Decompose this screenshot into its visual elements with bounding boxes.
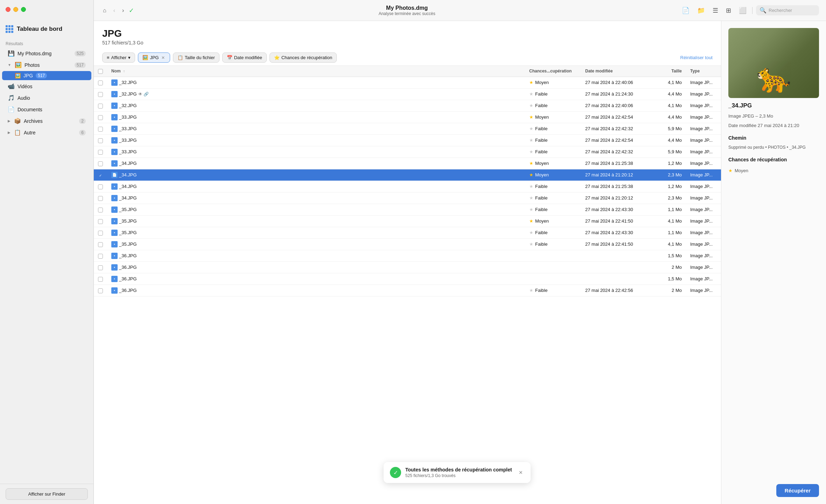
minimize-button[interactable] — [13, 7, 18, 12]
row-name-cell: ▪_35.JPG — [107, 215, 525, 227]
row-checkbox[interactable] — [98, 231, 103, 236]
sidebar-item-documents[interactable]: 📄 Documents — [2, 104, 91, 115]
select-all-checkbox[interactable] — [98, 69, 103, 74]
file-count-subtitle: 517 fichiers/1,3 Go — [102, 40, 713, 46]
jpg-icon: 🖼️ — [15, 73, 21, 78]
row-checkbox[interactable] — [98, 138, 103, 143]
row-checkbox[interactable] — [98, 277, 103, 282]
search-input[interactable] — [769, 8, 814, 13]
toast-close-button[interactable]: ✕ — [517, 468, 524, 477]
jpg-filter-close[interactable]: ✕ — [161, 55, 166, 60]
row-checkbox[interactable] — [98, 242, 103, 247]
row-checkbox[interactable] — [98, 150, 103, 155]
row-size-cell: 5,9 Mo — [658, 146, 686, 158]
row-chances-cell: ★Moyen — [525, 77, 581, 88]
document-view-button[interactable]: 📄 — [680, 5, 692, 16]
row-date-cell: 27 mai 2024 à 22:42:56 — [581, 285, 658, 296]
row-type-cell: Image JP... — [686, 238, 721, 250]
recover-button[interactable]: Récupérer — [776, 484, 819, 497]
filter-bar: ≡ Afficher ▾ 🖼️ JPG ✕ 📋 Taille du fichie… — [94, 50, 721, 66]
table-row[interactable]: 📄_34.JPG★Moyen27 mai 2024 à 21:20:122,3 … — [94, 169, 721, 181]
afficher-filter-button[interactable]: ≡ Afficher ▾ — [102, 52, 135, 63]
col-header-type[interactable]: Type — [686, 66, 721, 77]
row-checkbox[interactable] — [98, 288, 103, 293]
sidebar-item-archives[interactable]: ▶ 📦 Archives 2 — [2, 115, 91, 126]
row-checkbox[interactable] — [98, 80, 103, 85]
grid-view-button[interactable]: ⊞ — [724, 5, 733, 16]
col-header-chances[interactable]: Chances...cupération — [525, 66, 581, 77]
col-header-date[interactable]: Date modifiée — [581, 66, 658, 77]
row-date-cell: 27 mai 2024 à 21:20:12 — [581, 192, 658, 204]
row-checkbox[interactable] — [98, 104, 103, 108]
list-view-button[interactable]: ☰ — [710, 5, 720, 16]
panel-view-button[interactable]: ⬜ — [737, 5, 749, 16]
sidebar-item-jpg[interactable]: 🖼️ JPG 517 — [2, 71, 91, 80]
table-row[interactable]: ▪_36.JPG1,5 MoImage JP... — [94, 250, 721, 261]
table-row[interactable]: ▪_33.JPG★Faible27 mai 2024 à 22:42:544,4… — [94, 134, 721, 146]
sidebar-item-autre[interactable]: ▶ 📋 Autre 6 — [2, 127, 91, 138]
row-checkbox[interactable] — [98, 208, 103, 212]
table-row[interactable]: ▪_34.JPG★Faible27 mai 2024 à 21:25:381,2… — [94, 181, 721, 192]
sidebar-item-photos[interactable]: ▼ 🖼️ Photos 517 — [2, 59, 91, 70]
sidebar-footer: Afficher sur Finder — [0, 484, 93, 504]
back-button[interactable]: ‹ — [111, 6, 117, 15]
table-row[interactable]: ▪_36.JPG★Faible27 mai 2024 à 22:42:562 M… — [94, 285, 721, 296]
date-filter-button[interactable]: 📅 Date modifiée — [222, 52, 267, 63]
folder-view-button[interactable]: 📁 — [695, 5, 707, 16]
row-checkbox[interactable] — [98, 265, 103, 270]
row-checkbox[interactable] — [98, 254, 103, 259]
chances-filter-label: Chances de récupération — [281, 55, 332, 60]
row-checkbox-cell — [94, 285, 107, 296]
table-row[interactable]: ▪_34.JPG★Moyen27 mai 2024 à 21:25:381,2 … — [94, 158, 721, 169]
table-row[interactable]: ▪_35.JPG★Moyen27 mai 2024 à 22:41:504,1 … — [94, 215, 721, 227]
file-icon: ▪ — [111, 195, 118, 201]
col-header-check[interactable] — [94, 66, 107, 77]
table-row[interactable]: ▪_35.JPG★Faible27 mai 2024 à 22:43:301,1… — [94, 204, 721, 215]
row-chances-cell: ★Moyen — [525, 158, 581, 169]
table-row[interactable]: ▪_32.JPG👁🔗★Faible27 mai 2024 à 21:24:304… — [94, 88, 721, 100]
table-row[interactable]: ▪_33.JPG★Faible27 mai 2024 à 22:42:325,9… — [94, 123, 721, 134]
maximize-button[interactable] — [21, 7, 26, 12]
table-row[interactable]: ▪_33.JPG★Faible27 mai 2024 à 22:42:325,9… — [94, 146, 721, 158]
sidebar-item-my-photos-dmg[interactable]: 💾 My Photos.dmg 525 — [2, 48, 91, 59]
sidebar-item-audio[interactable]: 🎵 Audio — [2, 92, 91, 103]
table-row[interactable]: ▪_35.JPG★Faible27 mai 2024 à 22:43:301,1… — [94, 227, 721, 238]
table-row[interactable]: ▪_32.JPG★Faible27 mai 2024 à 22:40:064,1… — [94, 100, 721, 111]
chances-star-icon: ★ — [529, 218, 533, 224]
table-row[interactable]: ▪_32.JPG★Moyen27 mai 2024 à 22:40:064,1 … — [94, 77, 721, 88]
row-checkbox[interactable] — [98, 173, 103, 178]
close-button[interactable] — [6, 7, 10, 12]
row-chances-cell — [525, 261, 581, 273]
sidebar-photos-count: 517 — [75, 62, 86, 68]
row-checkbox[interactable] — [98, 127, 103, 132]
row-filename: _36.JPG — [119, 253, 137, 258]
row-checkbox[interactable] — [98, 92, 103, 97]
sidebar-item-videos[interactable]: 📹 Vidéos — [2, 81, 91, 92]
table-row[interactable]: ▪_33.JPG★Moyen27 mai 2024 à 22:42:544,4 … — [94, 111, 721, 123]
table-row[interactable]: ▪_34.JPG★Faible27 mai 2024 à 21:20:122,3… — [94, 192, 721, 204]
table-row[interactable]: ▪_36.JPG2 MoImage JP... — [94, 261, 721, 273]
table-row[interactable]: ▪_36.JPG1,5 MoImage JP... — [94, 273, 721, 285]
jpg-filter-icon: 🖼️ — [142, 55, 148, 60]
traffic-lights — [0, 0, 93, 15]
row-checkbox[interactable] — [98, 196, 103, 201]
col-header-size[interactable]: Taille — [658, 66, 686, 77]
reset-filter-button[interactable]: Réinitialiser tout — [680, 55, 713, 60]
archives-icon: 📦 — [14, 118, 21, 124]
size-filter-button[interactable]: 📋 Taille du fichier — [173, 52, 219, 63]
row-name-cell: ▪_32.JPG — [107, 100, 525, 111]
row-checkbox[interactable] — [98, 115, 103, 120]
chances-filter-button[interactable]: ⭐ Chances de récupération — [270, 52, 337, 63]
row-checkbox[interactable] — [98, 161, 103, 166]
home-button[interactable]: ⌂ — [101, 6, 108, 15]
table-row[interactable]: ▪_35.JPG★Faible27 mai 2024 à 22:41:504,1… — [94, 238, 721, 250]
file-table-body: ▪_32.JPG★Moyen27 mai 2024 à 22:40:064,1 … — [94, 77, 721, 296]
forward-button[interactable]: › — [120, 6, 126, 15]
sort-asc-icon: ↑ — [123, 69, 125, 73]
row-checkbox[interactable] — [98, 184, 103, 189]
col-header-name[interactable]: Nom ↑ — [107, 66, 525, 77]
row-checkbox[interactable] — [98, 219, 103, 224]
row-checkbox-cell — [94, 123, 107, 134]
show-in-finder-button[interactable]: Afficher sur Finder — [6, 488, 88, 500]
jpg-filter-button[interactable]: 🖼️ JPG ✕ — [138, 52, 170, 63]
